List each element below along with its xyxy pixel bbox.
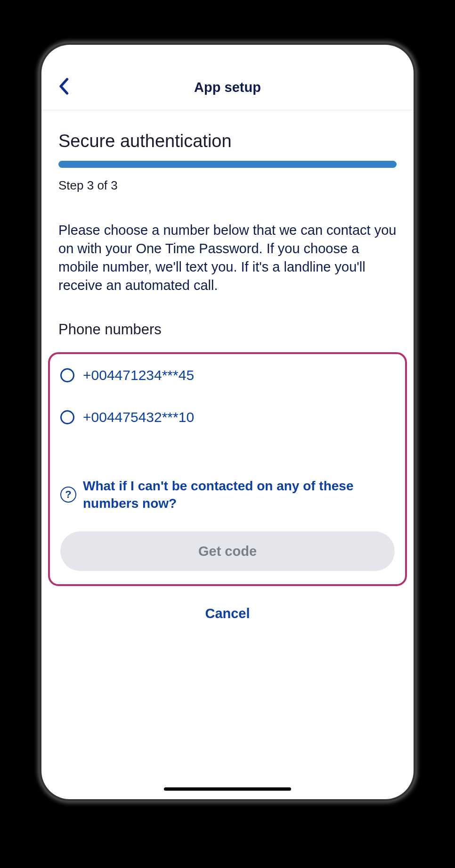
phone-option-label: +004475432***10 <box>83 409 194 425</box>
home-indicator[interactable] <box>164 787 291 791</box>
question-icon: ? <box>60 487 76 503</box>
instruction-text: Please choose a number below that we can… <box>58 221 397 295</box>
page-title: Secure authentication <box>58 131 397 151</box>
screen-content: App setup Secure authentication Step 3 o… <box>41 45 414 621</box>
cancel-button[interactable]: Cancel <box>58 606 397 621</box>
phone-option-0[interactable]: +004471234***45 <box>60 367 395 383</box>
phone-numbers-label: Phone numbers <box>58 321 397 338</box>
phone-option-1[interactable]: +004475432***10 <box>60 409 395 425</box>
progress-bar <box>58 161 397 168</box>
header: App setup <box>41 45 414 110</box>
radio-icon <box>60 368 74 382</box>
chevron-left-icon <box>58 78 69 95</box>
back-button[interactable] <box>58 78 69 97</box>
radio-icon <box>60 410 74 424</box>
get-code-button[interactable]: Get code <box>60 531 395 571</box>
header-title: App setup <box>194 80 261 95</box>
phone-frame: App setup Secure authentication Step 3 o… <box>41 45 414 799</box>
help-text: What if I can't be contacted on any of t… <box>83 477 395 513</box>
phone-option-label: +004471234***45 <box>83 367 194 383</box>
phone-selection-box: +004471234***45 +004475432***10 ? What i… <box>48 352 407 587</box>
step-label: Step 3 of 3 <box>58 178 397 193</box>
help-link[interactable]: ? What if I can't be contacted on any of… <box>60 477 395 513</box>
